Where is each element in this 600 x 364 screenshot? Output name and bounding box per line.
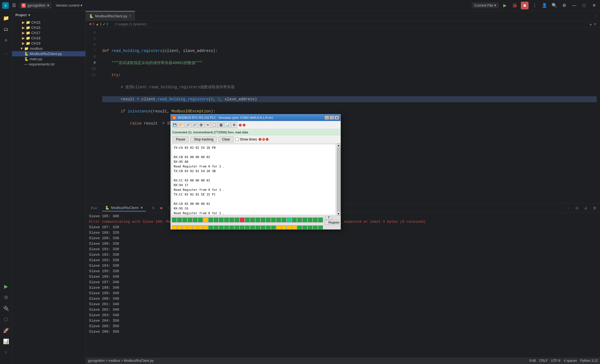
modbus-close-btn[interactable]: ✕: [334, 116, 339, 120]
toolbar-btn-6[interactable]: ✏: [205, 122, 211, 128]
status-line-ending[interactable]: CRLF: [539, 359, 548, 363]
activity-monitor[interactable]: 📊: [1, 337, 11, 346]
more-actions-button[interactable]: ⋮: [531, 2, 538, 9]
reg-cell[interactable]: [182, 217, 187, 222]
tree-item-main-py[interactable]: 🐍 main.py: [12, 56, 85, 62]
editor-tab-modbus-rtu[interactable]: 🐍 ModbusRtuClient.py ✕: [86, 11, 135, 21]
run-tab-close[interactable]: ✕: [140, 206, 143, 210]
show-times-input[interactable]: [235, 137, 239, 141]
reg-cell[interactable]: [266, 217, 271, 222]
reg-cell[interactable]: [297, 217, 302, 222]
debug-button[interactable]: 🐞: [511, 2, 519, 9]
scroll-down-btn[interactable]: ▼: [593, 22, 597, 26]
toolbar-btn-3[interactable]: 🔗: [185, 122, 191, 128]
toolbar-btn-8[interactable]: 🖼: [218, 122, 224, 128]
t-button[interactable]: T: [325, 216, 332, 220]
reg-cell[interactable]: [177, 217, 182, 222]
run-tab-run[interactable]: Run: [88, 205, 100, 211]
activity-gear[interactable]: ⚙: [1, 293, 11, 302]
scroll-down-arrow[interactable]: ▼: [337, 212, 340, 215]
run-button[interactable]: ▶: [501, 2, 509, 9]
reg-cell-2[interactable]: [187, 225, 192, 230]
reg-cell-2[interactable]: [318, 225, 323, 230]
run-settings[interactable]: ⊟: [574, 205, 580, 211]
reg-cell[interactable]: [240, 217, 245, 222]
project-selector[interactable]: G gycognition ▾: [19, 2, 51, 9]
minimize-button[interactable]: —: [570, 2, 578, 9]
toolbar-btn-9[interactable]: 📊: [225, 122, 231, 128]
reg-cell[interactable]: [276, 217, 281, 222]
activity-search[interactable]: ⊕: [1, 35, 11, 45]
run-tab-modbus[interactable]: 🐍 ModbusRtuClient ✕: [102, 205, 146, 211]
reg-cell-2[interactable]: [245, 225, 250, 230]
reg-cell[interactable]: [193, 217, 198, 222]
reg-cell-2[interactable]: [287, 225, 292, 230]
activity-deploy[interactable]: 🚀: [1, 326, 11, 335]
reg-cell-2[interactable]: [224, 225, 229, 230]
reg-cell-2[interactable]: [208, 225, 213, 230]
reg-cell[interactable]: [302, 217, 307, 222]
reg-cell-2[interactable]: [234, 225, 239, 230]
reg-cell[interactable]: [287, 217, 292, 222]
reg-cell[interactable]: [203, 217, 208, 222]
reg-cell-2[interactable]: [193, 225, 198, 230]
tree-item-modbus-rtu[interactable]: 🐍 ModbusRtuClient.py: [12, 51, 85, 56]
reg-cell-2[interactable]: [255, 225, 260, 230]
reg-cell-2[interactable]: [308, 225, 313, 230]
reg-cell-2[interactable]: [271, 225, 276, 230]
activity-plugins[interactable]: 🔌: [1, 304, 11, 313]
status-charset[interactable]: UTF-8: [551, 359, 560, 363]
tab-close-button[interactable]: ✕: [129, 14, 131, 18]
sidebar-header[interactable]: Project ▾: [12, 11, 85, 19]
run-output[interactable]: Slave 185: 388 Error communicating with …: [86, 213, 600, 357]
search-button[interactable]: 🔍: [551, 2, 558, 9]
reg-cell[interactable]: [281, 217, 286, 222]
status-indent[interactable]: 4 spaces: [564, 359, 577, 363]
activity-files[interactable]: 📁: [1, 13, 11, 23]
reg-cell[interactable]: [208, 217, 213, 222]
reg-cell-2[interactable]: [177, 225, 182, 230]
reg-cell[interactable]: [172, 217, 177, 222]
reg-cell-2[interactable]: [302, 225, 307, 230]
maximize-button[interactable]: □: [580, 2, 588, 9]
reg-cell-2[interactable]: [276, 225, 281, 230]
run-trash[interactable]: 🗑: [591, 205, 598, 211]
hamburger-menu[interactable]: ☰: [11, 2, 17, 9]
version-control-selector[interactable]: Version control ▾: [54, 2, 85, 8]
reg-cell-2[interactable]: [292, 225, 297, 230]
reg-cell[interactable]: [308, 217, 313, 222]
modbus-minimize-btn[interactable]: —: [325, 116, 329, 120]
pause-button[interactable]: Pause: [172, 136, 189, 142]
activity-more[interactable]: ···: [1, 48, 11, 58]
reg-cell-2[interactable]: [229, 225, 234, 230]
tree-item-ch18[interactable]: ▶ 📁 CH18: [12, 35, 85, 41]
tree-item-ch17[interactable]: ▶ 📁 CH17: [12, 30, 85, 35]
tree-item-ch19[interactable]: ▶ 📁 CH19: [12, 41, 85, 46]
stop-run-button[interactable]: ■: [158, 205, 165, 211]
settings-button[interactable]: ⚙: [560, 2, 568, 9]
status-language[interactable]: Python 3.12: [580, 359, 598, 363]
code-editor[interactable]: 4 5 6 7 8 9 10 11 def read_holding_regis…: [86, 27, 600, 203]
reg-cell-2[interactable]: [313, 225, 318, 230]
modbus-log[interactable]: TX:CA 03 02 01 54 1D FB RX:CB 03 00 00 0…: [172, 144, 336, 215]
reg-cell[interactable]: [229, 217, 234, 222]
reg-cell-2[interactable]: [172, 225, 177, 230]
toolbar-btn-1[interactable]: 💾: [172, 122, 178, 128]
tree-item-ch15[interactable]: ▶ 📁 CH15: [12, 20, 85, 25]
reg-cell[interactable]: [292, 217, 297, 222]
reg-cell[interactable]: [219, 217, 224, 222]
close-button[interactable]: ✕: [590, 2, 598, 9]
reg-cell-2[interactable]: [261, 225, 266, 230]
toolbar-btn-5[interactable]: ➕: [198, 122, 204, 128]
reg-cell-2[interactable]: [266, 225, 271, 230]
reg-cell-2[interactable]: [214, 225, 219, 230]
reg-cell[interactable]: [187, 217, 192, 222]
reg-cell[interactable]: [234, 217, 239, 222]
reg-cell-2[interactable]: [219, 225, 224, 230]
tab-more-button[interactable]: ⋮: [592, 11, 600, 21]
run-print[interactable]: 🖨: [582, 205, 589, 211]
modbus-scrollbar[interactable]: ▲ ▼: [337, 144, 341, 216]
reg-cell[interactable]: [318, 217, 323, 222]
reg-cell[interactable]: [250, 217, 255, 222]
stop-tracking-button[interactable]: Stop tracking: [190, 136, 217, 142]
